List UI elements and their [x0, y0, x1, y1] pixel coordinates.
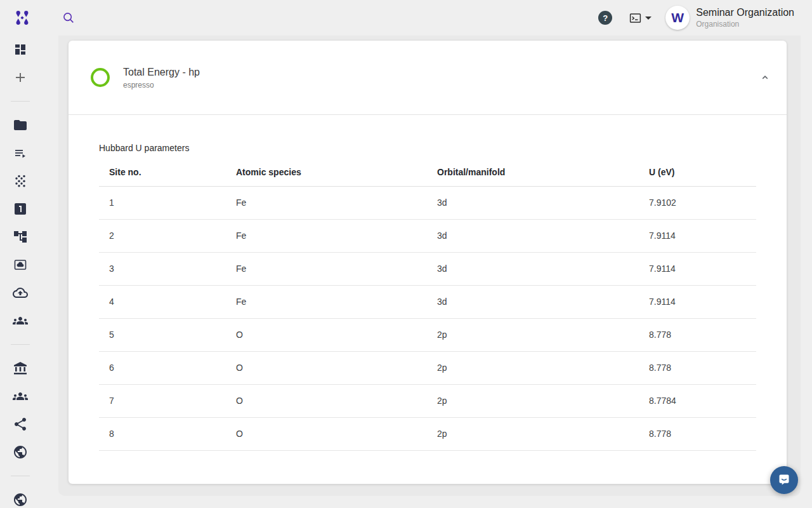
table-cell: 7.9102	[639, 187, 756, 220]
org-block: Seminar Organization Organisation	[696, 6, 794, 29]
folder-icon	[13, 117, 28, 133]
chat-bubble-icon	[776, 472, 792, 488]
table-cell: 2p	[427, 418, 639, 451]
dashboard-icon	[13, 42, 28, 57]
table-cell: 3d	[427, 286, 639, 319]
table-row: 8O2p8.778	[99, 418, 756, 451]
sidebar-divider	[11, 101, 30, 102]
table-cell: 8.778	[639, 319, 756, 352]
globe-icon	[13, 444, 28, 460]
looks-one-icon	[13, 201, 28, 217]
sidebar-item-cloud-box[interactable]	[0, 251, 41, 279]
sidebar-item-playlist[interactable]	[0, 139, 41, 167]
groups-icon	[13, 313, 28, 328]
table-cell: 2p	[427, 385, 639, 418]
table-cell: 3	[99, 253, 226, 286]
groups-icon	[13, 389, 28, 404]
process-card: Total Energy - hp espresso Hubbard U par…	[69, 41, 787, 484]
table-row: 1Fe3d7.9102	[99, 187, 756, 220]
plus-icon	[13, 70, 28, 85]
table-column-header: Atomic species	[226, 159, 427, 187]
search-button[interactable]	[60, 10, 77, 26]
table-cell: 7	[99, 385, 226, 418]
main-panel: Total Energy - hp espresso Hubbard U par…	[58, 36, 801, 496]
account-tree-icon	[13, 229, 28, 244]
table-cell: 8.7784	[639, 385, 756, 418]
card-header[interactable]: Total Energy - hp espresso	[69, 41, 787, 115]
help-glyph: ?	[603, 13, 608, 23]
table-cell: O	[226, 319, 427, 352]
status-ring-icon	[91, 68, 110, 87]
collapse-button[interactable]	[757, 70, 773, 85]
table-cell: O	[226, 385, 427, 418]
sidebar-item-globe-2[interactable]	[0, 486, 41, 508]
section-title: Hubbard U parameters	[99, 115, 756, 153]
sidebar-item-grain[interactable]	[0, 167, 41, 195]
grain-dots-icon	[13, 173, 28, 189]
sidebar-item-groups-2[interactable]	[0, 382, 41, 410]
app-logo[interactable]	[13, 9, 31, 27]
table-row: 4Fe3d7.9114	[99, 286, 756, 319]
table-cell: 2p	[427, 352, 639, 385]
table-cell: Fe	[226, 220, 427, 253]
card-subtitle: espresso	[123, 81, 200, 90]
table-cell: 3d	[427, 253, 639, 286]
table-cell: 3d	[427, 187, 639, 220]
table-column-header: Site no.	[99, 159, 226, 187]
sidebar-item-folder[interactable]	[0, 111, 41, 139]
org-type: Organisation	[696, 19, 794, 29]
account-menu[interactable]: W Seminar Organization Organisation	[665, 6, 794, 30]
chat-launcher-button[interactable]	[770, 466, 798, 494]
table-cell: 4	[99, 286, 226, 319]
table-cell: 8.778	[639, 418, 756, 451]
sidebar-item-tree[interactable]	[0, 223, 41, 251]
terminal-icon	[629, 11, 642, 25]
sidebar-item-institution[interactable]	[0, 354, 41, 382]
topbar-right: ? W Seminar Organization Organisation	[598, 6, 812, 30]
table-cell: 3d	[427, 220, 639, 253]
sidebar	[0, 36, 41, 508]
sidebar-item-globe[interactable]	[0, 438, 41, 466]
table-cell: 5	[99, 319, 226, 352]
app-logo-icon	[14, 10, 30, 26]
sidebar-item-share[interactable]	[0, 410, 41, 438]
bank-icon	[13, 361, 28, 376]
sidebar-item-looks-one[interactable]	[0, 195, 41, 223]
cloud-upload-icon	[13, 285, 28, 300]
table-cell: 7.9114	[639, 253, 756, 286]
table-cell: Fe	[226, 253, 427, 286]
table-cell: 6	[99, 352, 226, 385]
cloud-box-icon	[13, 257, 28, 272]
sidebar-item-cloud-upload[interactable]	[0, 279, 41, 307]
avatar: W	[665, 6, 690, 30]
chevron-down-icon	[645, 17, 652, 20]
playlist-play-icon	[13, 145, 28, 161]
table-row: 2Fe3d7.9114	[99, 220, 756, 253]
sidebar-item-groups[interactable]	[0, 307, 41, 335]
table-cell: 7.9114	[639, 286, 756, 319]
terminal-dropdown-button[interactable]	[629, 11, 652, 25]
table-body: 1Fe3d7.91022Fe3d7.91143Fe3d7.91144Fe3d7.…	[99, 187, 756, 451]
table-header-row: Site no.Atomic speciesOrbital/manifoldU …	[99, 159, 756, 187]
chevron-up-icon	[759, 72, 771, 83]
help-button[interactable]: ?	[598, 11, 612, 25]
hubbard-table: Site no.Atomic speciesOrbital/manifoldU …	[99, 159, 756, 451]
table-cell: 8.778	[639, 352, 756, 385]
sidebar-item-add[interactable]	[0, 64, 41, 91]
sidebar-divider	[11, 476, 30, 476]
sidebar-divider	[11, 344, 30, 345]
table-cell: O	[226, 352, 427, 385]
search-icon	[62, 11, 75, 25]
table-column-header: U (eV)	[639, 159, 756, 187]
globe-icon	[13, 492, 28, 507]
share-icon	[13, 417, 28, 432]
table-cell: 1	[99, 187, 226, 220]
topbar: ? W Seminar Organization Organisation	[0, 0, 812, 36]
table-column-header: Orbital/manifold	[427, 159, 639, 187]
table-row: 7O2p8.7784	[99, 385, 756, 418]
card-body: Hubbard U parameters Site no.Atomic spec…	[69, 115, 787, 451]
table-cell: 8	[99, 418, 226, 451]
org-name: Seminar Organization	[696, 6, 794, 19]
table-cell: 7.9114	[639, 220, 756, 253]
sidebar-item-dashboard[interactable]	[0, 36, 41, 64]
